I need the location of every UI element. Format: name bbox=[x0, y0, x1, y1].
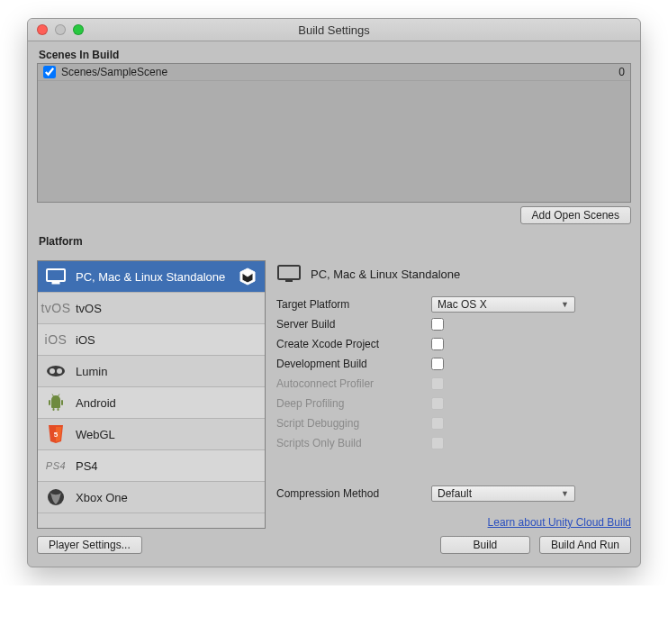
monitor-icon bbox=[276, 264, 302, 284]
setting-server-build: Server Build bbox=[276, 316, 631, 332]
player-settings-button[interactable]: Player Settings... bbox=[37, 536, 142, 554]
create-xcode-checkbox[interactable] bbox=[431, 338, 444, 350]
titlebar: Build Settings bbox=[28, 19, 640, 41]
platform-area: PC, Mac & Linux Standalone tvOS tvOS iO bbox=[37, 260, 631, 529]
setting-label: Scripts Only Build bbox=[276, 437, 431, 449]
platform-item-label: tvOS bbox=[76, 302, 102, 315]
script-debugging-checkbox bbox=[431, 417, 444, 430]
chevron-down-icon: ▼ bbox=[561, 489, 569, 498]
svg-text:5: 5 bbox=[54, 431, 59, 439]
svg-rect-1 bbox=[52, 282, 59, 284]
tvos-icon: tvOS bbox=[45, 301, 67, 315]
add-open-scenes-button[interactable]: Add Open Scenes bbox=[520, 206, 631, 224]
window-title: Build Settings bbox=[28, 23, 640, 37]
svg-rect-9 bbox=[61, 400, 63, 405]
platform-item-label: iOS bbox=[76, 333, 95, 347]
setting-target-platform: Target Platform Mac OS X ▼ bbox=[276, 296, 631, 313]
deep-profiling-checkbox bbox=[431, 397, 444, 410]
setting-label: Deep Profiling bbox=[276, 397, 431, 410]
window-body: Scenes In Build Scenes/SampleScene 0 Add… bbox=[28, 41, 640, 567]
build-button[interactable]: Build bbox=[440, 536, 530, 554]
platform-item-ios[interactable]: iOS iOS bbox=[38, 324, 265, 356]
dropdown-value: Default bbox=[438, 487, 561, 500]
scene-checkbox[interactable] bbox=[43, 66, 56, 78]
svg-line-13 bbox=[59, 395, 60, 397]
server-build-checkbox[interactable] bbox=[431, 318, 444, 331]
platform-header: Platform bbox=[39, 235, 631, 248]
platform-item-label: Xbox One bbox=[76, 491, 128, 504]
unity-icon bbox=[238, 267, 257, 286]
setting-label: Target Platform bbox=[276, 298, 431, 311]
detail-header: PC, Mac & Linux Standalone bbox=[276, 264, 631, 284]
monitor-icon bbox=[45, 268, 67, 285]
setting-compression-method: Compression Method Default ▼ bbox=[276, 485, 631, 502]
setting-label: Server Build bbox=[276, 318, 431, 331]
platform-item-label: PC, Mac & Linux Standalone bbox=[76, 270, 225, 284]
platform-item-label: WebGL bbox=[76, 428, 115, 441]
build-and-run-button[interactable]: Build And Run bbox=[539, 536, 631, 554]
platform-item-xboxone[interactable]: Xbox One bbox=[38, 482, 265, 513]
detail-title: PC, Mac & Linux Standalone bbox=[311, 268, 460, 281]
platform-item-lumin[interactable]: Lumin bbox=[38, 356, 265, 387]
setting-create-xcode: Create Xcode Project bbox=[276, 336, 631, 352]
setting-scripts-only-build: Scripts Only Build bbox=[276, 435, 631, 451]
development-build-checkbox[interactable] bbox=[431, 358, 444, 370]
webgl-icon: 5 bbox=[45, 424, 67, 444]
platform-item-standalone[interactable]: PC, Mac & Linux Standalone bbox=[38, 261, 265, 293]
scenes-list[interactable]: Scenes/SampleScene 0 bbox=[37, 63, 631, 203]
lumin-icon bbox=[45, 364, 67, 378]
compression-method-dropdown[interactable]: Default ▼ bbox=[431, 485, 575, 502]
xbox-icon bbox=[45, 488, 67, 506]
cloud-build-link[interactable]: Learn about Unity Cloud Build bbox=[488, 516, 631, 529]
window-controls bbox=[28, 24, 84, 35]
setting-label: Compression Method bbox=[276, 487, 431, 500]
svg-rect-11 bbox=[58, 408, 59, 411]
scene-index: 0 bbox=[618, 66, 625, 78]
platform-item-label: PS4 bbox=[76, 459, 98, 473]
setting-label: Development Build bbox=[276, 358, 431, 370]
svg-rect-10 bbox=[53, 408, 55, 411]
svg-point-7 bbox=[57, 368, 62, 374]
platform-list-filler bbox=[38, 513, 265, 528]
svg-rect-0 bbox=[47, 269, 65, 281]
minimize-icon bbox=[55, 24, 66, 35]
zoom-icon[interactable] bbox=[73, 24, 84, 35]
svg-rect-8 bbox=[49, 400, 50, 405]
build-settings-window: Build Settings Scenes In Build Scenes/Sa… bbox=[27, 18, 641, 567]
platform-item-tvos[interactable]: tvOS tvOS bbox=[38, 293, 265, 324]
setting-label: Autoconnect Profiler bbox=[276, 377, 431, 390]
scripts-only-build-checkbox bbox=[431, 437, 444, 449]
autoconnect-profiler-checkbox bbox=[431, 377, 444, 390]
footer-bar: Player Settings... Build Build And Run bbox=[37, 536, 631, 554]
svg-point-6 bbox=[50, 368, 55, 374]
svg-line-12 bbox=[52, 395, 54, 397]
scenes-header: Scenes In Build bbox=[39, 49, 631, 61]
svg-rect-18 bbox=[278, 266, 300, 279]
setting-label: Script Debugging bbox=[276, 417, 431, 430]
chevron-down-icon: ▼ bbox=[561, 300, 569, 309]
platform-detail: PC, Mac & Linux Standalone Target Platfo… bbox=[276, 260, 631, 529]
settings-grid: Target Platform Mac OS X ▼ Server Build bbox=[276, 296, 631, 502]
cloud-build-link-row: Learn about Unity Cloud Build bbox=[276, 502, 631, 529]
close-icon[interactable] bbox=[37, 24, 48, 35]
setting-autoconnect-profiler: Autoconnect Profiler bbox=[276, 376, 631, 392]
platform-item-label: Lumin bbox=[76, 365, 107, 378]
setting-development-build: Development Build bbox=[276, 356, 631, 372]
svg-rect-19 bbox=[285, 280, 293, 282]
ps4-icon: PS4 bbox=[45, 460, 67, 471]
ios-icon: iOS bbox=[45, 332, 67, 347]
target-platform-dropdown[interactable]: Mac OS X ▼ bbox=[431, 296, 575, 313]
platform-item-webgl[interactable]: 5 WebGL bbox=[38, 419, 265, 450]
scene-name: Scenes/SampleScene bbox=[61, 66, 618, 78]
setting-label: Create Xcode Project bbox=[276, 338, 431, 350]
android-icon bbox=[45, 394, 67, 412]
dropdown-value: Mac OS X bbox=[438, 298, 561, 311]
platform-item-label: Android bbox=[76, 396, 116, 410]
setting-script-debugging: Script Debugging bbox=[276, 415, 631, 431]
platform-item-ps4[interactable]: PS4 PS4 bbox=[38, 450, 265, 482]
setting-deep-profiling: Deep Profiling bbox=[276, 395, 631, 412]
platform-list: PC, Mac & Linux Standalone tvOS tvOS iO bbox=[37, 260, 266, 529]
scene-row[interactable]: Scenes/SampleScene 0 bbox=[38, 64, 630, 81]
platform-item-android[interactable]: Android bbox=[38, 387, 265, 419]
